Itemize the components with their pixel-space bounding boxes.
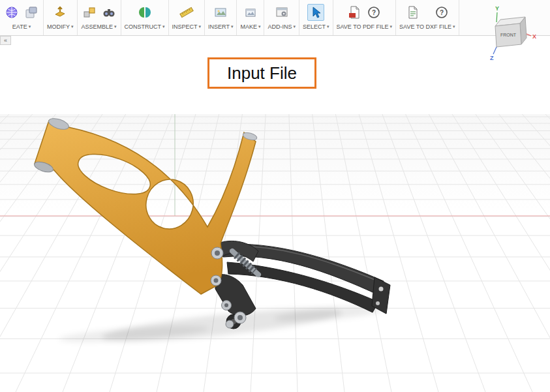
dropout-bolt <box>376 301 380 305</box>
save-dxf-icons: ? <box>405 3 450 22</box>
toolbar-group-create[interactable]: EATE ▾ <box>0 0 44 35</box>
help-icon[interactable]: ? <box>365 4 382 21</box>
svg-text:?: ? <box>372 9 376 16</box>
construction-plane-icon[interactable] <box>136 4 153 21</box>
interference-binoculars-icon[interactable] <box>100 4 117 21</box>
front-triangle-frame[interactable] <box>33 116 258 294</box>
modify-icons <box>52 3 69 22</box>
insert-image-icon[interactable] <box>212 4 229 21</box>
chevron-down-icon: ▾ <box>29 24 31 29</box>
toolbar-label-make-text: MAKE <box>240 23 257 30</box>
measure-ruler-icon[interactable] <box>178 4 195 21</box>
insert-icons <box>212 3 229 22</box>
toolbar-group-save-to-dxf[interactable]: ? SAVE TO DXF FILE ▾ <box>396 0 459 35</box>
axis-y-label: Y <box>495 5 499 12</box>
toolbar-label-inspect-text: INSPECT <box>172 23 198 30</box>
toolbar-label-construct[interactable]: CONSTRUCT ▾ <box>125 23 165 30</box>
toolbar-label-save-to-pdf[interactable]: SAVE TO PDF FILE ▾ <box>337 23 393 30</box>
bike-frame-model[interactable] <box>0 114 550 392</box>
toolbar-group-insert[interactable]: INSERT ▾ <box>205 0 237 35</box>
cad-application-window: EATE ▾ MODIFY ▾ <box>0 0 550 392</box>
toolbar-label-assemble[interactable]: ASSEMBLE ▾ <box>81 23 116 30</box>
toolbar-group-modify[interactable]: MODIFY ▾ <box>44 0 78 35</box>
select-icons <box>307 3 324 22</box>
view-cube-front-label: FRONT <box>500 33 517 37</box>
dxf-document-icon[interactable] <box>405 4 421 21</box>
toolbar-group-make[interactable]: MAKE ▾ <box>237 0 264 35</box>
toolbar-group-save-to-pdf[interactable]: ? SAVE TO PDF FILE ▾ <box>333 0 397 35</box>
chevron-down-icon: ▾ <box>453 24 455 29</box>
model-viewport[interactable] <box>0 114 550 392</box>
axis-z-label: Z <box>490 55 494 61</box>
toolbar-group-construct[interactable]: CONSTRUCT ▾ <box>121 0 169 35</box>
assemble-icons <box>81 3 117 22</box>
make-icons <box>242 3 259 22</box>
make-3d-print-icon[interactable] <box>242 4 259 21</box>
toolbar-label-save-to-dxf[interactable]: SAVE TO DXF FILE ▾ <box>399 23 455 30</box>
axis-x-label: X <box>532 33 536 40</box>
toolbar-label-assemble-text: ASSEMBLE <box>81 23 113 30</box>
pdf-document-icon[interactable] <box>346 4 363 21</box>
svg-text:?: ? <box>440 9 444 16</box>
chevron-down-icon: ▾ <box>199 24 202 29</box>
toolbar-label-select-text: SELECT <box>303 23 326 30</box>
chevron-down-icon: ▾ <box>71 24 74 29</box>
toolbar-label-insert[interactable]: INSERT ▾ <box>208 23 233 30</box>
input-file-label: Input File <box>227 63 297 83</box>
panel-collapse-button[interactable]: « <box>0 36 11 45</box>
add-ins-gear-window-icon[interactable] <box>273 4 290 21</box>
toolbar-label-select[interactable]: SELECT ▾ <box>303 23 329 30</box>
create-primitive-icon[interactable] <box>3 4 20 21</box>
toolbar-label-construct-text: CONSTRUCT <box>125 23 162 30</box>
toolbar: EATE ▾ MODIFY ▾ <box>0 0 550 36</box>
toolbar-label-make[interactable]: MAKE ▾ <box>240 23 260 30</box>
toolbar-label-add-ins-text: ADD-INS <box>267 23 292 30</box>
toolbar-group-assemble[interactable]: ASSEMBLE ▾ <box>78 0 121 35</box>
toolbar-group-select[interactable]: SELECT ▾ <box>299 0 333 35</box>
toolbar-label-save-to-pdf-text: SAVE TO PDF FILE <box>337 23 389 30</box>
toolbar-label-create-text: EATE <box>12 23 27 30</box>
toolbar-label-create[interactable]: EATE ▾ <box>12 23 31 30</box>
chevron-down-icon: ▾ <box>390 24 393 29</box>
create-icons <box>3 3 40 22</box>
chevron-down-icon: ▾ <box>258 24 261 29</box>
axis-x-line <box>527 34 531 36</box>
ground-shadow <box>59 302 386 348</box>
toolbar-group-add-ins[interactable]: ADD-INS ▾ <box>264 0 299 35</box>
frame-body[interactable] <box>35 121 256 294</box>
input-file-callout: Input File <box>207 57 316 89</box>
chevron-down-icon: ▾ <box>162 24 165 29</box>
toolbar-label-inspect[interactable]: INSPECT ▾ <box>172 23 202 30</box>
help-icon[interactable]: ? <box>433 4 450 21</box>
add-ins-icons <box>273 3 290 22</box>
toolbar-label-modify[interactable]: MODIFY ▾ <box>47 23 74 30</box>
chevron-down-icon: ▾ <box>293 24 296 29</box>
chevron-down-icon: ▾ <box>231 24 234 29</box>
select-cursor-icon[interactable] <box>307 4 324 21</box>
chevron-down-icon: ▾ <box>114 24 117 29</box>
construct-icons <box>136 3 153 22</box>
toolbar-label-save-to-dxf-text: SAVE TO DXF FILE <box>399 23 451 30</box>
axis-y-line <box>497 12 497 22</box>
dropout-bolt <box>379 287 384 292</box>
toolbar-label-add-ins[interactable]: ADD-INS ▾ <box>267 23 296 30</box>
press-pull-icon[interactable] <box>52 4 69 21</box>
new-component-icon[interactable] <box>81 4 98 21</box>
toolbar-group-inspect[interactable]: INSPECT ▾ <box>169 0 206 35</box>
save-pdf-icons: ? <box>346 3 382 22</box>
axis-z-line <box>493 47 497 54</box>
view-cube[interactable]: Y FRONT X Z <box>489 4 540 61</box>
create-sketch-icon[interactable] <box>23 4 40 21</box>
toolbar-label-modify-text: MODIFY <box>47 23 70 30</box>
chevron-down-icon: ▾ <box>327 24 329 29</box>
toolbar-label-insert-text: INSERT <box>208 23 230 30</box>
inspect-icons <box>178 3 195 22</box>
